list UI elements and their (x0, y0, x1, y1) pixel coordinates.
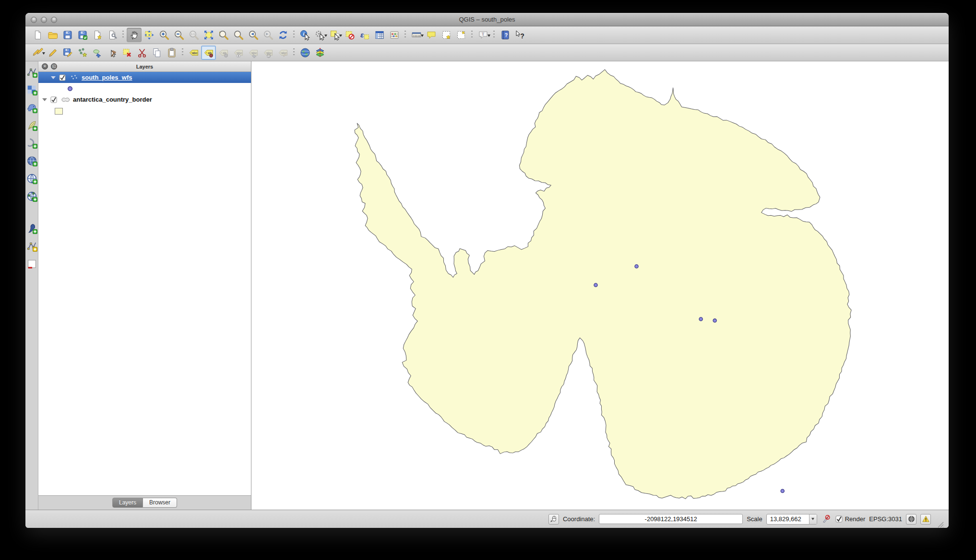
pan-map-button[interactable] (127, 28, 142, 42)
zoom-to-selection-button[interactable] (216, 28, 231, 42)
copy-features-button[interactable] (149, 46, 164, 60)
layer-row-south_poles_wfs[interactable]: south_poles_wfs (38, 72, 251, 83)
node-tool-button[interactable] (105, 46, 119, 60)
new-shapefile-layer-button[interactable] (26, 240, 38, 252)
save-project-as-button[interactable] (75, 28, 90, 42)
run-feature-action-button[interactable] (312, 28, 327, 42)
zoom-out-button[interactable] (171, 28, 186, 42)
coordinate-input[interactable] (599, 514, 743, 524)
zoom-last-icon (248, 29, 259, 41)
tab-layers[interactable]: Layers (112, 498, 143, 508)
pan-to-selection-button[interactable] (142, 28, 156, 42)
add-delimited-text-layer-button[interactable] (26, 222, 38, 234)
save-project-button[interactable] (60, 28, 75, 42)
tab-browser[interactable]: Browser (143, 498, 177, 508)
whats-this-icon: ? (514, 29, 526, 41)
delete-selected-button[interactable] (119, 46, 134, 60)
new-bookmark-button[interactable] (439, 28, 453, 42)
cut-features-button[interactable] (134, 46, 149, 60)
web-plugin-icon (299, 47, 311, 58)
select-features-button[interactable] (327, 28, 342, 42)
deselect-features-button[interactable] (342, 28, 357, 42)
add-feature-button[interactable] (75, 46, 90, 60)
composer-manager-button[interactable] (105, 28, 119, 42)
scale-combo[interactable]: 13,829,662 (766, 514, 817, 525)
close-window-button[interactable] (31, 17, 37, 23)
whats-this-button[interactable]: ? (512, 28, 527, 42)
crs-status-button[interactable] (906, 514, 916, 525)
help-contents-button[interactable]: ? (498, 28, 512, 42)
render-checkbox[interactable]: Render (835, 515, 866, 523)
web-plugin-button[interactable] (298, 46, 312, 60)
new-print-composer-icon (92, 29, 103, 41)
identify-features-icon: i (299, 29, 311, 41)
paste-features-button[interactable] (164, 46, 179, 60)
remove-layer-button[interactable] (26, 258, 38, 270)
layer-row-antarctica_country_border[interactable]: antarctica_country_border (38, 94, 251, 105)
identify-features-button[interactable]: i (298, 28, 312, 42)
layer-checkbox[interactable] (50, 96, 57, 103)
stop-rendering-icon[interactable] (821, 514, 832, 525)
add-wfs-layer-button[interactable] (26, 190, 38, 202)
toggle-editing-icon (47, 47, 59, 58)
point-symbol[interactable] (67, 86, 73, 92)
minimize-window-button[interactable] (41, 17, 47, 23)
zoom-to-layer-button[interactable] (231, 28, 246, 42)
add-raster-layer-button[interactable] (26, 84, 38, 96)
add-mssql-layer-button[interactable] (26, 137, 38, 149)
new-print-composer-button[interactable] (90, 28, 105, 42)
show-bookmarks-icon (455, 29, 467, 41)
toolbar-separator (122, 31, 124, 39)
layer-checkbox[interactable] (59, 74, 66, 81)
map-tips-icon (426, 29, 437, 41)
remove-layer-icon (26, 258, 38, 270)
add-vector-layer-button[interactable] (26, 66, 38, 78)
map-canvas[interactable] (251, 61, 949, 510)
open-project-button[interactable] (45, 28, 60, 42)
zoom-full-button[interactable] (201, 28, 216, 42)
save-edits-button[interactable] (60, 46, 75, 60)
pin-labels-button[interactable]: ab (201, 46, 216, 60)
coordinate-label: Coordinate: (563, 515, 595, 523)
zoom-in-button[interactable] (156, 28, 171, 42)
messages-button[interactable] (920, 514, 931, 525)
save-edits-icon (62, 47, 73, 58)
scale-combo-arrow-icon[interactable] (809, 514, 817, 524)
add-delimited-text-layer-icon (26, 222, 38, 234)
show-bookmarks-button[interactable] (453, 28, 468, 42)
projection-globe-icon (907, 515, 916, 523)
polygon-symbol[interactable] (55, 108, 63, 115)
new-project-button[interactable] (30, 28, 45, 42)
toolbar-row-1: 1:1iεT?? (25, 26, 949, 44)
show-hidden-labels-button: abc (231, 46, 246, 60)
labeling-button[interactable]: abc (186, 46, 201, 60)
measure-button[interactable] (409, 28, 424, 42)
add-wms-layer-button[interactable] (26, 173, 38, 185)
map-tips-button[interactable] (424, 28, 439, 42)
text-annotation-dropdown-icon[interactable] (488, 35, 490, 37)
current-edits-button[interactable] (30, 46, 45, 60)
zoom-last-button[interactable] (246, 28, 261, 42)
expand-triangle-icon[interactable] (42, 98, 47, 101)
open-attribute-table-button[interactable] (372, 28, 387, 42)
toggle-extents-button[interactable] (548, 514, 559, 525)
toggle-editing-button[interactable] (45, 46, 60, 60)
zoom-window-button[interactable] (51, 17, 57, 23)
add-postgis-layer-button[interactable] (26, 102, 38, 114)
move-feature-button[interactable] (90, 46, 105, 60)
svg-text:1:1: 1:1 (191, 33, 195, 35)
text-annotation-button[interactable]: T (476, 28, 490, 42)
refresh-map-button[interactable] (275, 28, 290, 42)
add-oracle-layer-button[interactable] (26, 155, 38, 167)
title-bar[interactable]: QGIS – south_poles (25, 13, 949, 26)
resize-grip[interactable] (937, 521, 944, 528)
move-label-button: abc (246, 46, 261, 60)
run-feature-action-icon (314, 29, 326, 41)
field-calculator-button[interactable] (387, 28, 402, 42)
panel-detach-icon[interactable]: ◱ (51, 63, 57, 70)
panel-close-icon[interactable]: × (42, 63, 48, 70)
select-by-expression-button[interactable]: ε (357, 28, 372, 42)
layers-plugin-button[interactable] (312, 46, 327, 60)
add-spatialite-layer-button[interactable] (26, 119, 38, 131)
expand-triangle-icon[interactable] (51, 76, 56, 79)
